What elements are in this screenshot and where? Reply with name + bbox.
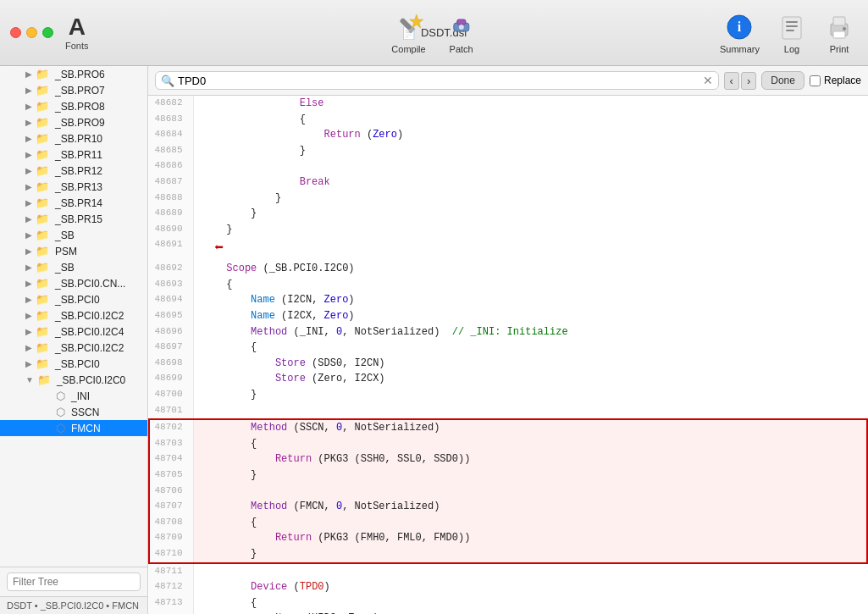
line-code: { xyxy=(193,112,867,128)
table-row: 48691 ⬅ xyxy=(149,237,867,261)
line-number: 48698 xyxy=(149,356,193,372)
leaf-icon: ⬡ xyxy=(56,390,65,402)
sidebar-item-sb_pci0b[interactable]: ▶📁_SB.PCI0 xyxy=(0,356,147,372)
tree-label: PSM xyxy=(55,246,77,257)
line-number: 48701 xyxy=(149,403,193,420)
folder-icon: 📁 xyxy=(36,164,49,177)
expand-icon: ▶ xyxy=(25,134,32,143)
tree-label: _SB.PCI0.CN... xyxy=(55,278,125,290)
folder-icon: 📁 xyxy=(36,277,49,290)
patch-label: Patch xyxy=(450,44,473,54)
summary-button[interactable]: i Summary xyxy=(713,8,766,58)
sidebar-item-sb_pci0i2c2b[interactable]: ▶📁_SB.PCI0.I2C2 xyxy=(0,340,147,356)
tree-label: _SB.PCI0.I2C4 xyxy=(55,326,124,338)
line-code xyxy=(193,403,867,420)
table-row: 48705 } xyxy=(149,467,867,484)
search-prev-button[interactable]: ‹ xyxy=(724,72,739,90)
fonts-toolbar-item[interactable]: A Fonts xyxy=(65,15,89,51)
sidebar-item-sb_pr11[interactable]: ▶📁_SB.PR11 xyxy=(0,147,147,163)
sidebar-item-psm[interactable]: ▶📁PSM xyxy=(0,243,147,259)
leaf-icon: ⬡ xyxy=(56,422,65,434)
maximize-button[interactable] xyxy=(42,27,53,38)
sidebar-item-sb_pr15[interactable]: ▶📁_SB.PR15 xyxy=(0,211,147,227)
arrow-annotation: ⬅ xyxy=(214,240,224,257)
svg-rect-10 xyxy=(786,25,798,27)
search-next-button[interactable]: › xyxy=(741,72,756,90)
titlebar: A Fonts 📄 DSDT.dsl Compile Patch xyxy=(0,0,868,66)
line-number: 48695 xyxy=(149,308,193,324)
print-button[interactable]: Print xyxy=(817,8,861,58)
sidebar-item-sb_pro8[interactable]: ▶📁_SB.PRO8 xyxy=(0,98,147,114)
line-code: Store (SDS0, I2CN) xyxy=(193,356,867,372)
sidebar-item-sb_pci0i2c2[interactable]: ▶📁_SB.PCI0.I2C2 xyxy=(0,307,147,324)
line-number: 48693 xyxy=(149,277,193,293)
line-code: Name (I2CX, Zero) xyxy=(193,308,867,324)
code-area[interactable]: 48682 Else48683 {48684 Return (Zero)4868… xyxy=(148,96,868,614)
log-button[interactable]: Log xyxy=(770,8,814,58)
line-number: 48699 xyxy=(149,371,193,387)
sidebar-filter-container xyxy=(0,567,147,596)
sidebar-item-sb_pr10[interactable]: ▶📁_SB.PR10 xyxy=(0,130,147,147)
sidebar: ▶📁_SB.PRO6▶📁_SB.PRO7▶📁_SB.PRO8▶📁_SB.PRO9… xyxy=(0,66,148,614)
table-row: 48699 Store (Zero, I2CX) xyxy=(149,371,867,387)
line-code: { xyxy=(193,595,867,611)
folder-icon: 📁 xyxy=(36,357,49,370)
sidebar-item-sb2[interactable]: ▶📁_SB xyxy=(0,259,147,275)
sidebar-item-fmcn[interactable]: ⬡FMCN xyxy=(0,420,147,436)
line-code: ⬅ xyxy=(193,237,867,261)
table-row: 48693 { xyxy=(149,277,867,293)
compile-button[interactable]: Compile xyxy=(384,8,432,58)
folder-icon: 📁 xyxy=(36,309,49,322)
line-code: Break xyxy=(193,174,867,191)
search-clear-button[interactable]: ✕ xyxy=(703,74,713,87)
sidebar-item-sb_pro7[interactable]: ▶📁_SB.PRO7 xyxy=(0,82,147,98)
line-code: Return (PKG3 (FMH0, FML0, FMD0)) xyxy=(193,530,867,546)
main-area: ▶📁_SB.PRO6▶📁_SB.PRO7▶📁_SB.PRO8▶📁_SB.PRO9… xyxy=(0,66,868,614)
sidebar-item-sb_pr12[interactable]: ▶📁_SB.PR12 xyxy=(0,163,147,179)
line-number: 48709 xyxy=(149,530,193,546)
svg-rect-14 xyxy=(833,31,845,38)
line-number: 48691 xyxy=(149,237,193,261)
sidebar-item-ini[interactable]: ⬡_INI xyxy=(0,388,147,404)
line-code: Store (Zero, I2CX) xyxy=(193,371,867,387)
expand-icon: ▶ xyxy=(25,246,32,256)
expand-icon: ▶ xyxy=(25,69,32,79)
line-code: { xyxy=(193,340,867,356)
sidebar-tree[interactable]: ▶📁_SB.PRO6▶📁_SB.PRO7▶📁_SB.PRO8▶📁_SB.PRO9… xyxy=(0,66,147,567)
line-code: Name (HID2, Zero) xyxy=(193,611,867,614)
tree-label: _SB.PRO9 xyxy=(55,117,105,129)
sidebar-item-sb_pro9[interactable]: ▶📁_SB.PRO9 xyxy=(0,114,147,130)
sidebar-item-sb_pr14[interactable]: ▶📁_SB.PR14 xyxy=(0,195,147,211)
line-code: { xyxy=(193,515,867,531)
close-button[interactable] xyxy=(10,27,21,38)
sidebar-item-sscn[interactable]: ⬡SSCN xyxy=(0,404,147,420)
expand-icon: ▶ xyxy=(25,86,32,95)
compile-label: Compile xyxy=(391,44,425,54)
table-row: 48704 Return (PKG3 (SSH0, SSL0, SSD0)) xyxy=(149,451,867,467)
svg-rect-13 xyxy=(833,17,845,25)
search-input[interactable] xyxy=(178,75,699,87)
tree-label: _SB.PCI0.I2C2 xyxy=(55,342,124,354)
sidebar-item-sb_pci0i2c4[interactable]: ▶📁_SB.PCI0.I2C4 xyxy=(0,324,147,340)
sidebar-item-sb_pci0cn[interactable]: ▶📁_SB.PCI0.CN... xyxy=(0,275,147,291)
sidebar-item-sb_pci0i2c0[interactable]: ▼📁_SB.PCI0.I2C0 xyxy=(0,372,147,388)
patch-button[interactable]: Patch xyxy=(440,8,484,58)
sidebar-item-sb_pr13[interactable]: ▶📁_SB.PR13 xyxy=(0,179,147,195)
table-row: 48686 xyxy=(149,158,867,174)
expand-icon: ▶ xyxy=(25,311,32,320)
sidebar-item-sb_pro6[interactable]: ▶📁_SB.PRO6 xyxy=(0,66,147,82)
replace-checkbox[interactable] xyxy=(810,75,821,86)
table-row: 48685 } xyxy=(149,143,867,159)
expand-icon: ▶ xyxy=(25,102,32,111)
minimize-button[interactable] xyxy=(26,27,37,38)
line-code: Device (TPD0) xyxy=(193,579,867,595)
filter-tree-input[interactable] xyxy=(7,573,141,591)
search-done-button[interactable]: Done xyxy=(761,71,804,90)
table-row: 48683 { xyxy=(149,112,867,128)
table-row: 48701 xyxy=(149,403,867,420)
folder-icon: 📁 xyxy=(36,229,49,241)
tree-label: SSCN xyxy=(71,407,99,418)
log-icon xyxy=(777,12,807,42)
sidebar-item-sb[interactable]: ▶📁_SB xyxy=(0,227,147,243)
sidebar-item-sb_pci0[interactable]: ▶📁_SB.PCI0 xyxy=(0,291,147,307)
